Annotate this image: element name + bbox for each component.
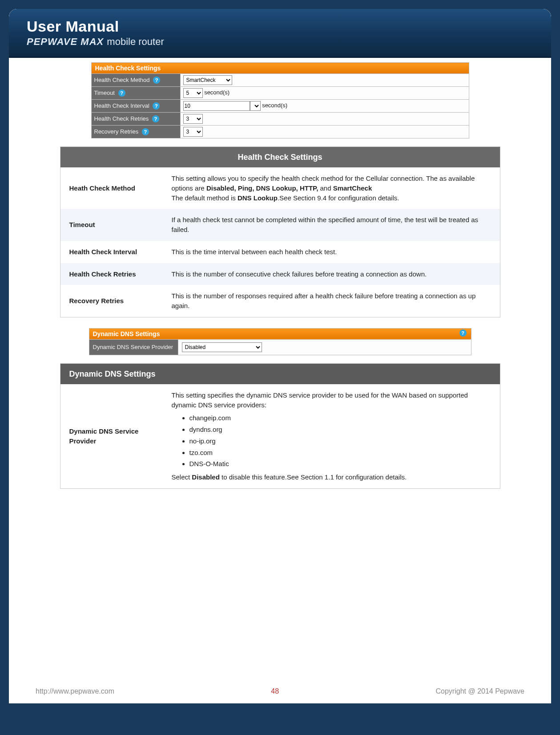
help-icon[interactable]: ? — [459, 329, 467, 337]
help-icon[interactable]: ? — [152, 115, 159, 122]
hc-recovery-select[interactable]: 3 — [183, 127, 203, 137]
doc-dns-provider-desc: This setting specifies the dynamic DNS s… — [163, 384, 500, 488]
list-item: tzo.com — [189, 448, 491, 458]
footer-url: http://www.pepwave.com — [36, 687, 114, 695]
doc-hc-recovery-key: Recovery Retries — [60, 285, 163, 317]
brand-name: PEPWAVE MAX — [27, 36, 107, 47]
health-check-doc-table: Health Check Settings Heath Check Method… — [60, 146, 500, 317]
doc-header-dns: Dynamic DNS Settings — [60, 364, 500, 384]
hc-recovery-label: Recovery Retries ? — [91, 126, 180, 138]
doc-hc-recovery-desc: This is the number of responses required… — [163, 285, 500, 317]
page-footer: http://www.pepwave.com 48 Copyright @ 20… — [36, 687, 524, 695]
doc-hc-retries-key: Health Check Retries — [60, 263, 163, 285]
dns-doc-table: Dynamic DNS Settings Dynamic DNS Service… — [60, 363, 500, 489]
list-item: changeip.com — [189, 413, 491, 423]
list-item: DNS-O-Matic — [189, 459, 491, 469]
dns-ui-panel: Dynamic DNS Settings? Dynamic DNS Servic… — [89, 328, 471, 355]
hc-method-select[interactable]: SmartCheck — [183, 75, 232, 85]
list-item: no-ip.org — [189, 436, 491, 446]
manual-title: User Manual — [27, 18, 533, 35]
hc-retries-select[interactable]: 3 — [183, 114, 203, 124]
hc-interval-unit[interactable] — [250, 101, 261, 111]
hc-timeout-label: Timeout ? — [91, 87, 180, 100]
doc-header-health: Health Check Settings — [60, 147, 500, 167]
footer-copyright: Copyright @ 2014 Pepwave — [436, 687, 524, 695]
product-subtitle: PEPWAVE MAX mobile router — [27, 36, 533, 48]
doc-hc-timeout-desc: If a health check test cannot be complet… — [163, 209, 500, 241]
doc-hc-method-desc: This setting allows you to specify the h… — [163, 167, 500, 209]
doc-hc-interval-desc: This is the time interval between each h… — [163, 241, 500, 263]
help-icon[interactable]: ? — [118, 89, 125, 97]
doc-hc-retries-desc: This is the number of consecutive check … — [163, 263, 500, 285]
dns-provider-select[interactable]: Disabled — [182, 342, 262, 352]
health-check-ui-panel: Health Check Settings Health Check Metho… — [91, 62, 469, 138]
hc-interval-input[interactable] — [183, 101, 250, 111]
page-header: User Manual PEPWAVE MAX mobile router — [9, 9, 551, 58]
doc-hc-method-key: Heath Check Method — [60, 167, 163, 209]
dns-provider-list: changeip.com dyndns.org no-ip.org tzo.co… — [189, 413, 491, 469]
dns-ui-header: Dynamic DNS Settings? — [89, 328, 471, 339]
doc-hc-interval-key: Health Check Interval — [60, 241, 163, 263]
doc-dns-provider-key: Dynamic DNS Service Provider — [60, 384, 163, 488]
dns-provider-label: Dynamic DNS Service Provider — [89, 339, 178, 355]
footer-page-number: 48 — [271, 687, 279, 695]
health-check-ui-header: Health Check Settings — [91, 63, 469, 74]
hc-interval-label: Health Check Interval ? — [91, 100, 180, 113]
doc-hc-timeout-key: Timeout — [60, 209, 163, 241]
hc-method-label: Health Check Method ? — [91, 74, 180, 87]
hc-timeout-select[interactable]: 5 — [183, 88, 203, 98]
help-icon[interactable]: ? — [142, 128, 149, 135]
hc-retries-label: Health Check Retries ? — [91, 113, 180, 126]
help-icon[interactable]: ? — [153, 77, 160, 84]
help-icon[interactable]: ? — [153, 102, 160, 110]
list-item: dyndns.org — [189, 425, 491, 435]
